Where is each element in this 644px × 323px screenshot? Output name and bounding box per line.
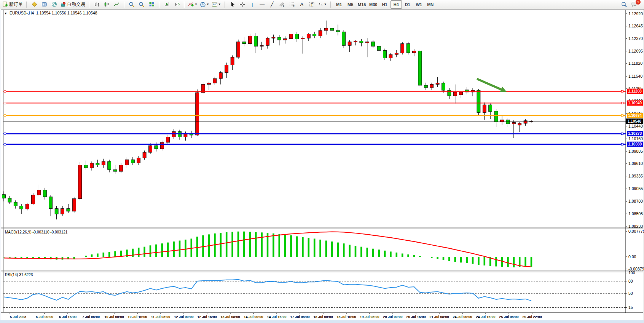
macd-bar [255, 232, 257, 257]
chart-header: ▼EURUSD-,H4 1.10554 1.10556 1.10546 1.10… [4, 11, 97, 15]
horizontal-line-icon: — [260, 2, 265, 7]
notifications-button[interactable]: 1 [629, 0, 639, 9]
svg-text:5 Jul 2023: 5 Jul 2023 [10, 315, 26, 319]
candle-body-up [436, 83, 439, 85]
candle-body-down [113, 169, 117, 171]
macd-bar [56, 257, 57, 260]
timeframe-button-m30[interactable]: M30 [368, 0, 379, 9]
candlestick-mode-button[interactable] [102, 0, 112, 9]
candle-body-up [395, 53, 398, 55]
candle-body-down [277, 37, 281, 40]
svg-text:1.10674: 1.10674 [628, 114, 642, 118]
candle-body-down [254, 36, 258, 46]
candle-body-down [424, 85, 427, 88]
periods-button[interactable]: ▼ [199, 0, 210, 9]
svg-text:1.10160: 1.10160 [628, 136, 643, 141]
svg-text:11 Jul 08:00: 11 Jul 08:00 [151, 315, 171, 319]
hline-handle[interactable] [4, 115, 6, 117]
indicators-button[interactable]: ▼ [187, 0, 199, 9]
vertical-line-tool-button[interactable]: | [247, 0, 257, 9]
signals-button[interactable] [49, 0, 59, 9]
hline-handle[interactable] [622, 115, 623, 117]
crosshair-tool-button[interactable] [238, 0, 247, 9]
auto-scroll-button[interactable] [162, 0, 172, 9]
macd-bar [407, 254, 409, 257]
chart-canvas[interactable]: 1.129201.126451.123701.120951.118201.115… [1, 10, 644, 321]
macd-bar [261, 232, 263, 257]
navigator-button[interactable] [39, 0, 49, 9]
arrows-dropdown-caret[interactable]: ▼ [324, 3, 327, 6]
templates-dropdown-caret[interactable]: ▼ [218, 3, 221, 6]
candle-body-down [330, 28, 334, 30]
cursor-tool-button[interactable] [228, 0, 238, 9]
zoom-in-button[interactable] [127, 0, 137, 9]
candle-body-up [196, 93, 199, 135]
bar-chart-mode-button[interactable] [92, 0, 102, 9]
arrows-tool-button[interactable]: ▼ [317, 0, 328, 9]
templates-icon [212, 2, 218, 7]
candle-body-up [237, 42, 240, 57]
label-tool-button[interactable]: T [307, 0, 317, 9]
timeframe-button-m1[interactable]: M1 [333, 0, 345, 9]
timeframe-button-mn[interactable]: MN [425, 0, 436, 9]
tile-windows-button[interactable] [147, 0, 156, 9]
fibonacci-tool-button[interactable]: F [287, 0, 297, 9]
svg-text:1.09335: 1.09335 [628, 174, 643, 178]
svg-text:13 Jul 08:00: 13 Jul 08:00 [220, 315, 240, 319]
templates-button[interactable]: ▼ [210, 0, 222, 9]
candle-body-up [125, 160, 129, 165]
svg-text:T: T [311, 3, 313, 6]
arrows-tool-icon [318, 2, 324, 7]
hline-handle[interactable] [622, 90, 623, 92]
hline-handle[interactable] [4, 133, 6, 134]
periods-dropdown-caret[interactable]: ▼ [206, 3, 209, 6]
hline-handle[interactable] [622, 143, 623, 145]
hline-handle[interactable] [4, 90, 6, 92]
zoom-out-button[interactable] [137, 0, 147, 9]
horizontal-line-tool-button[interactable]: — [257, 0, 267, 9]
svg-text:100: 100 [628, 270, 635, 275]
candle-body-up [248, 36, 252, 43]
macd-bar [179, 241, 181, 257]
new-order-button[interactable]: 新订单 [1, 0, 24, 9]
timeframe-button-h1[interactable]: H1 [379, 0, 391, 9]
indicators-dropdown-caret[interactable]: ▼ [194, 3, 198, 6]
timeframe-button-m5[interactable]: M5 [345, 0, 356, 9]
market-watch-icon [32, 2, 37, 7]
line-chart-mode-button[interactable] [112, 0, 121, 9]
macd-bar [120, 251, 122, 257]
timeframe-button-w1[interactable]: W1 [413, 0, 425, 9]
one-click-trading-toggle-icon[interactable]: ▼ [4, 12, 7, 15]
chart-symbol-period: EURUSD-,H4 [10, 11, 34, 15]
rsi-indicator-label: RSI(14) 31.6223 [5, 273, 33, 277]
timeframe-button-m15[interactable]: M15 [356, 0, 368, 9]
hline-handle[interactable] [4, 143, 6, 145]
macd-bar [191, 238, 193, 257]
candle-body-up [430, 85, 434, 88]
macd-bar [378, 249, 380, 257]
macd-bar [384, 251, 386, 257]
timeframe-button-d1[interactable]: D1 [402, 0, 413, 9]
hline-handle[interactable] [4, 102, 6, 104]
candle-body-down [506, 120, 510, 124]
svg-text:0.00: 0.00 [628, 254, 636, 259]
svg-text:1.09055: 1.09055 [628, 186, 643, 191]
chart-shift-button[interactable] [172, 0, 182, 9]
candle-body-down [242, 42, 246, 44]
svg-text:12 Jul 16:00: 12 Jul 16:00 [197, 315, 217, 319]
trendline-tool-button[interactable]: ╱ [267, 0, 277, 9]
macd-bar [97, 254, 99, 257]
svg-text:1.11820: 1.11820 [628, 61, 642, 66]
macd-bar [343, 243, 345, 257]
candle-body-down [178, 131, 182, 137]
market-watch-button[interactable] [29, 0, 39, 9]
autotrading-button[interactable]: 自动交易 [59, 0, 86, 9]
timeframe-button-h4[interactable]: H4 [391, 0, 402, 9]
candle-body-up [348, 42, 351, 46]
hline-handle[interactable] [622, 133, 623, 134]
channel-tool-button[interactable]: E [277, 0, 287, 9]
search-button[interactable] [619, 0, 629, 9]
chart-window[interactable]: 1.129201.126451.123701.120951.118201.115… [1, 9, 644, 321]
text-tool-button[interactable]: A [297, 0, 307, 9]
hline-handle[interactable] [622, 102, 623, 104]
